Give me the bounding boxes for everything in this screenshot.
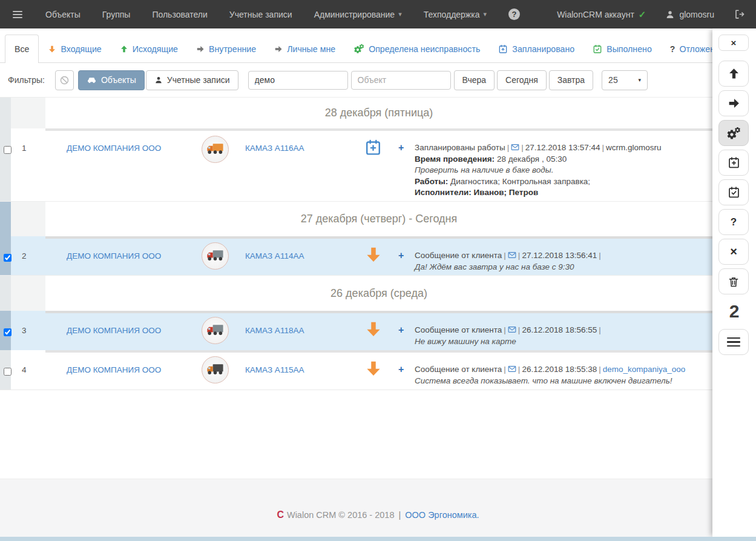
top-nav: Объекты Группы Пользователи Учетные запи… [0,0,756,28]
company-link[interactable]: ДЕМО КОМПАНИЯ ООО [67,326,161,335]
expand-plus-button[interactable]: + [398,142,404,153]
arrow-down-icon [364,245,383,264]
logout-button[interactable] [734,8,745,20]
table-row: 4 ДЕМО КОМПАНИЯ ООО КАМАЗ А115АА + Сообщ… [0,350,712,390]
nav-item-users[interactable]: Пользователи [152,10,207,19]
chevron-down-icon: ▾ [639,77,642,83]
list-menu-button[interactable] [718,329,749,355]
tab-malfunction[interactable]: Определена неисправность [344,35,489,62]
arrow-down-icon [48,45,56,53]
car-icon [87,75,97,85]
question-icon: ? [670,44,675,54]
clear-filters-button[interactable] [55,70,74,90]
menu-icon [727,337,740,347]
row-number: 1 [22,144,27,153]
row-gutter [11,98,45,128]
message-block: Сообщение от клиента||26.12.2018 18:55:3… [415,364,703,387]
row-gutter [0,276,11,311]
outgoing-message-button[interactable] [718,61,749,87]
row-gutter [0,202,11,236]
close-panel-button[interactable]: × [718,35,749,51]
nav-item-administration[interactable]: Администрирование▾ [314,10,402,19]
plan-works-button[interactable] [718,150,749,176]
client-search-input[interactable] [248,71,348,90]
arrow-up-icon [728,67,740,80]
expand-plus-button[interactable]: + [398,364,404,375]
accounts-filter-button[interactable]: Учетные записи [146,70,238,90]
footer: CWialon CRM © 2016 - 2018 | ООО Эргономи… [0,509,756,520]
arrow-down-icon [364,320,383,338]
help-icon[interactable]: ? [508,8,520,20]
date-header-label: 26 декабря (среда) [45,276,712,311]
ticket-list: 28 декабря (пятница) 1 ДЕМО КОМПАНИЯ ООО… [0,97,712,390]
user-menu[interactable]: glomosru [665,10,714,19]
company-site-link[interactable]: ООО Эргономика. [405,510,479,520]
row-checkbox[interactable] [4,328,12,336]
malfunction-button[interactable] [718,120,749,146]
envelope-icon[interactable] [508,365,516,373]
message-title-line: Сообщение от клиента||26.12.2018 18:56:5… [415,325,703,336]
expand-plus-button[interactable]: + [398,325,404,336]
tab-internal[interactable]: Внутренние [187,35,265,62]
calendar-plus-icon [364,139,382,156]
tab-incoming[interactable]: Входящие [39,35,110,62]
vehicle-link[interactable]: КАМАЗ А116АА [245,144,304,153]
company-link[interactable]: ДЕМО КОМПАНИЯ ООО [67,144,161,153]
tab-all[interactable]: Все [5,35,39,63]
nav-item-accounts[interactable]: Учетные записи [229,10,292,19]
objects-filter-button[interactable]: Объекты [78,70,145,90]
ban-icon [59,75,70,85]
account-status[interactable]: WialonCRM аккаунт✓ [557,9,646,20]
page-size-select[interactable]: 25 ▾ [602,70,648,90]
account-link[interactable]: demo_kompaniya_ooo [603,365,686,374]
user-icon [154,76,163,84]
complete-works-button[interactable] [718,179,749,205]
calendar-check-icon [593,44,602,54]
row-checkbox[interactable] [4,368,12,376]
row-number: 4 [22,365,27,374]
tab-outgoing[interactable]: Исходящие [111,35,187,62]
envelope-icon[interactable] [508,251,516,259]
envelope-icon[interactable] [511,144,519,151]
menu-icon[interactable] [13,11,22,18]
delete-button[interactable] [718,268,749,294]
calendar-check-icon [728,186,740,199]
reject-button[interactable]: × [718,239,749,265]
tab-planned[interactable]: Запланировано [489,35,583,62]
row-checkbox[interactable] [4,146,12,154]
message-title-line: Сообщение от клиента||26.12.2018 18:55:3… [415,364,703,376]
vehicle-link[interactable]: КАМАЗ А115АА [245,365,304,374]
row-top-strip [45,350,712,353]
vehicle-link[interactable]: КАМАЗ А118АА [245,326,304,335]
expand-plus-button[interactable]: + [398,250,404,261]
bottom-scroll-strip[interactable] [0,537,756,541]
postpone-button[interactable]: ? [718,209,749,235]
nav-item-support[interactable]: Техподдержка▾ [424,10,487,19]
close-icon: × [731,38,737,48]
nav-item-objects[interactable]: Объекты [45,10,81,19]
message-body: Да! Ждём вас завтра у нас на базе с 9:30 [415,262,703,273]
today-button[interactable]: Сегодня [497,70,547,90]
footer-copyright: Wialon CRM © 2016 - 2018 [287,510,395,520]
company-link[interactable]: ДЕМО КОМПАНИЯ ООО [67,251,161,261]
row-number: 2 [22,251,27,261]
tab-done[interactable]: Выполнено [583,35,661,62]
vehicle-link[interactable]: КАМАЗ А114АА [245,251,304,261]
nav-item-groups[interactable]: Группы [102,10,131,19]
chevron-down-icon: ▾ [483,10,487,18]
envelope-icon[interactable] [508,326,516,333]
object-search-input[interactable] [351,71,451,90]
logout-icon [734,8,745,20]
yesterday-button[interactable]: Вчера [454,70,495,90]
row-checkbox[interactable] [4,254,12,262]
company-link[interactable]: ДЕМО КОМПАНИЯ ООО [67,365,161,374]
internal-message-button[interactable] [718,90,749,116]
vehicle-avatar [202,317,229,344]
tab-personal[interactable]: Личные мне [265,35,344,62]
close-icon: × [730,245,737,259]
vehicle-avatar [202,136,229,163]
message-field: Время проведения: 28 декабря , 05:30 [415,154,703,165]
date-header-label: 27 декабря (четверг) - Сегодня [45,202,712,236]
row-gutter [11,276,45,311]
tomorrow-button[interactable]: Завтра [549,70,593,90]
